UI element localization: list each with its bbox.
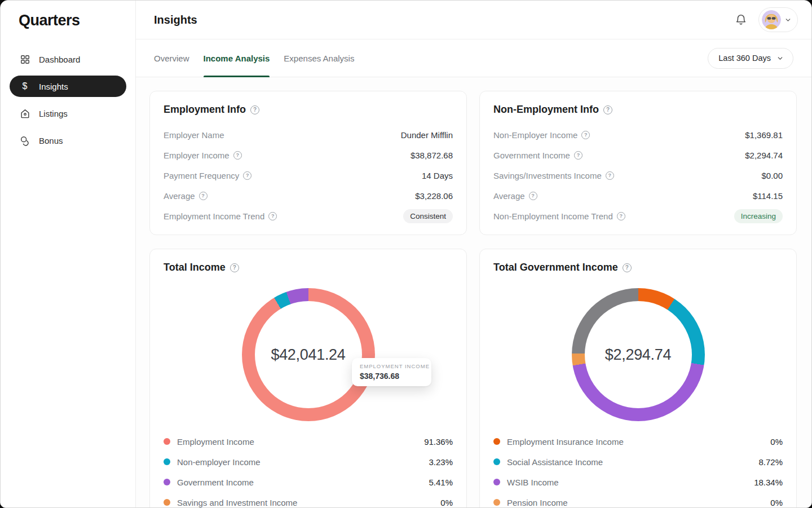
row-label: Average? (164, 191, 208, 201)
donut-chart[interactable]: $42,041.24 (242, 288, 375, 421)
legend-item[interactable]: Employment Insurance Income0% (493, 431, 783, 452)
legend-item[interactable]: Non-employer Income3.23% (164, 452, 453, 472)
legend-item[interactable]: Pension Income0% (493, 492, 783, 507)
help-icon[interactable]: ? (606, 171, 614, 180)
legend-item[interactable]: Employment Income91.36% (164, 431, 453, 452)
top-bar: Insights (136, 1, 811, 39)
row-label: Employer Name (164, 130, 224, 140)
row-value: $3,228.06 (415, 191, 453, 201)
legend-item[interactable]: Social Assistance Income8.72% (493, 452, 783, 472)
grid-icon (19, 54, 30, 65)
donut-wrap: $2,294.74 (572, 288, 705, 421)
sidebar-item-label: Dashboard (39, 55, 80, 64)
row-value: 14 Days (422, 171, 453, 180)
row-value: $0.00 (761, 171, 783, 180)
tooltip-value: $38,736.68 (360, 372, 423, 381)
app-logo: Quarters (1, 12, 135, 29)
info-row: Government Income?$2,294.74 (493, 145, 783, 165)
tab-expenses-analysis[interactable]: Expenses Analysis (284, 39, 354, 77)
sidebar-item-label: Bonus (39, 136, 63, 145)
help-icon[interactable]: ? (243, 171, 251, 180)
main-area: Insights (136, 1, 811, 507)
row-label-text: Non-Employer Income (493, 130, 577, 140)
row-label-text: Employer Name (164, 130, 224, 140)
help-icon[interactable]: ? (230, 263, 239, 272)
legend-dot (493, 499, 500, 506)
date-range-selector[interactable]: Last 360 Days (708, 48, 793, 69)
donut-chart[interactable]: $2,294.74 (572, 288, 705, 421)
help-icon[interactable]: ? (623, 263, 632, 272)
card-title: Employment Info (164, 104, 246, 116)
help-icon[interactable]: ? (617, 212, 625, 220)
legend-label: Social Assistance Income (507, 457, 603, 467)
sidebar-item-dashboard[interactable]: Dashboard (10, 48, 126, 70)
tab-income-analysis[interactable]: Income Analysis (204, 39, 270, 77)
help-icon[interactable]: ? (199, 192, 208, 200)
row-label: Government Income? (493, 151, 582, 160)
row-label: Non-Employer Income? (493, 130, 590, 140)
row-value: $38,872.68 (411, 151, 453, 160)
row-label-text: Employer Income (164, 151, 230, 160)
info-row: Employer NameDunder Mifflin (164, 125, 453, 145)
card-title: Non-Employment Info (493, 104, 599, 116)
row-label: Employer Income? (164, 151, 242, 160)
donut-hole: $2,294.74 (585, 301, 692, 408)
info-row: Payment Frequency?14 Days (164, 165, 453, 185)
row-label-text: Employment Income Trend (164, 211, 264, 221)
legend-item[interactable]: Savings and Investment Income0% (164, 492, 453, 507)
help-icon[interactable]: ? (581, 131, 590, 139)
legend-percent: 0% (770, 437, 783, 447)
total-income-card: Total Income?$42,041.24EMPLOYMENT INCOME… (149, 249, 467, 507)
trend-badge: Increasing (734, 209, 783, 223)
donut-center-value: $42,041.24 (271, 346, 345, 364)
legend-dot (164, 458, 170, 465)
sidebar-item-listings[interactable]: Listings (10, 103, 126, 124)
card-title: Total Government Income (493, 262, 618, 273)
app-window: Quarters Dashboard$InsightsListingsBonus… (0, 0, 812, 508)
tooltip-label: EMPLOYMENT INCOME (360, 363, 423, 369)
help-icon[interactable]: ? (233, 151, 242, 160)
chevron-down-icon (776, 55, 784, 62)
legend-item[interactable]: WSIB Income18.34% (493, 472, 783, 492)
row-label: Average? (493, 191, 537, 201)
chart-legend: Employment Income91.36%Non-employer Inco… (164, 431, 453, 507)
cards-grid: Employment Info?Employer NameDunder Miff… (149, 91, 797, 507)
chart-legend: Employment Insurance Income0%Social Assi… (493, 431, 783, 507)
legend-label: Pension Income (507, 498, 568, 507)
tabs-bar: OverviewIncome AnalysisExpenses Analysis… (136, 39, 811, 77)
topbar-right (735, 7, 798, 32)
bell-icon[interactable] (735, 14, 747, 26)
row-value: $114.15 (753, 191, 783, 201)
sidebar-item-insights[interactable]: $Insights (10, 76, 126, 97)
row-label-text: Government Income (493, 151, 570, 160)
row-value: Dunder Mifflin (401, 130, 453, 140)
sidebar-nav: Dashboard$InsightsListingsBonus (1, 48, 135, 151)
help-icon[interactable]: ? (574, 151, 582, 160)
card-title-row: Total Income? (164, 262, 453, 273)
card-title-row: Employment Info? (164, 104, 453, 116)
tab-overview[interactable]: Overview (154, 39, 189, 77)
tabs: OverviewIncome AnalysisExpenses Analysis (154, 39, 354, 77)
legend-dot (164, 499, 170, 506)
info-rows: Non-Employer Income?$1,369.81Government … (493, 125, 783, 226)
help-icon[interactable]: ? (529, 192, 537, 200)
help-icon[interactable]: ? (268, 212, 277, 220)
row-label-text: Average (164, 191, 195, 201)
home-icon (19, 108, 30, 119)
info-row: Employer Income?$38,872.68 (164, 145, 453, 165)
sidebar-item-bonus[interactable]: Bonus (10, 130, 126, 151)
employment-info-card: Employment Info?Employer NameDunder Miff… (149, 91, 467, 235)
content-area: Employment Info?Employer NameDunder Miff… (136, 77, 811, 507)
legend-label: WSIB Income (507, 478, 559, 487)
user-menu[interactable] (758, 7, 798, 32)
legend-percent: 8.72% (758, 457, 783, 467)
legend-percent: 91.36% (424, 437, 453, 447)
legend-percent: 18.34% (754, 478, 783, 487)
dollar-glyph: $ (23, 82, 28, 91)
help-icon[interactable]: ? (603, 105, 612, 114)
chevron-down-icon (784, 16, 792, 24)
help-icon[interactable]: ? (250, 105, 259, 114)
legend-percent: 3.23% (429, 457, 453, 467)
legend-item[interactable]: Government Income5.41% (164, 472, 453, 492)
row-label: Non-Employment Income Trend? (493, 211, 625, 221)
